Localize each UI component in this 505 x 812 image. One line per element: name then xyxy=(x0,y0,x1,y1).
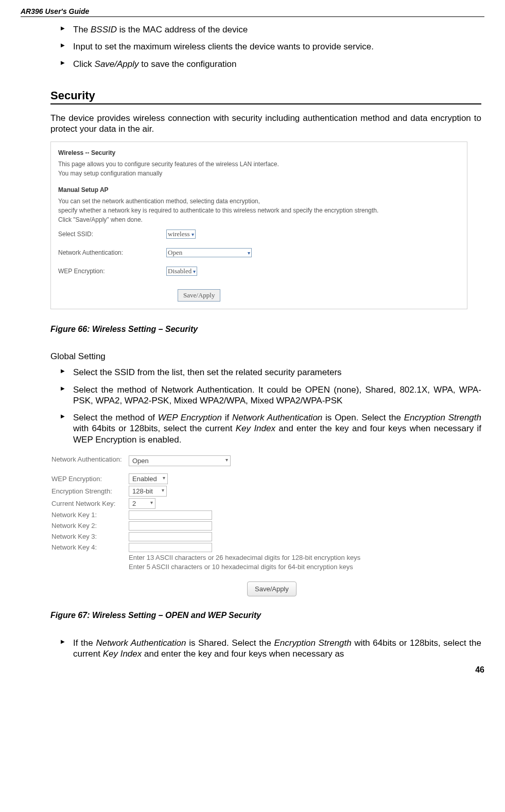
shared-bullet-list: If the Network Authentication is Shared.… xyxy=(50,638,481,660)
panel-desc-line: You may setup configuration manually xyxy=(58,169,460,178)
t: if xyxy=(222,413,232,422)
input-netkey3[interactable] xyxy=(129,532,212,541)
figure-66-caption: Figure 66: Wireless Setting – Security xyxy=(50,325,481,334)
label-network-auth: Network Authentication: xyxy=(58,249,166,256)
t: is Shared. Select the xyxy=(186,638,274,648)
label-netkey1: Network Key 1: xyxy=(51,511,129,519)
select-enc-strength[interactable]: 128-bit xyxy=(129,486,167,497)
t-em: Key Index xyxy=(236,423,275,433)
input-netkey2[interactable] xyxy=(129,521,212,531)
label-select-ssid: Select SSID: xyxy=(58,231,166,238)
select-ssid[interactable]: wireless▾ xyxy=(166,230,196,239)
text: Click xyxy=(73,59,95,69)
panel-desc-line: You can set the network authentication m… xyxy=(58,197,460,206)
t-em: Network Authentication xyxy=(232,413,322,422)
text: Select the SSID from the list, then set … xyxy=(73,367,342,377)
top-bullet-list: The BSSID is the MAC address of the devi… xyxy=(50,24,481,69)
t-em: WEP Encryption xyxy=(158,413,222,422)
panel-wep-settings: Network Authentication: Open WEP Encrypt… xyxy=(50,451,403,601)
select-value: wireless xyxy=(168,230,190,238)
bullet-select-auth-method: Select the method of Network Authenticat… xyxy=(61,384,481,407)
t-em: Encryption Strength xyxy=(274,638,352,648)
text: The xyxy=(73,25,91,34)
t-em: Network Authentication xyxy=(96,638,186,648)
section-title-security: Security xyxy=(50,89,481,104)
t-em: Key Index xyxy=(103,649,142,659)
text-em: Save/Apply xyxy=(95,59,139,69)
panel-title: Wireless -- Security xyxy=(58,149,460,156)
chevron-down-icon: ▾ xyxy=(248,250,250,256)
select-value: Disabled xyxy=(168,267,191,275)
input-netkey4[interactable] xyxy=(129,543,212,552)
text: Input to set the maximum wireless client… xyxy=(73,42,374,51)
t: is Open. Select the xyxy=(322,413,404,422)
t: with 64bits or 128bits, select the curre… xyxy=(73,423,236,433)
bullet-shared-auth: If the Network Authentication is Shared.… xyxy=(61,638,481,660)
bullet-input-max: Input to set the maximum wireless client… xyxy=(61,41,481,52)
label-netkey3: Network Key 3: xyxy=(51,533,129,540)
save-apply-button[interactable]: Save/Apply xyxy=(178,289,220,302)
text: is the MAC address of the device xyxy=(117,25,248,34)
bullet-bssid: The BSSID is the MAC address of the devi… xyxy=(61,24,481,35)
label-wep-enc2: WEP Encryption: xyxy=(51,475,129,483)
select-network-auth2[interactable]: Open xyxy=(129,455,231,466)
page-number: 46 xyxy=(21,665,484,675)
section-intro: The device provides wireless connection … xyxy=(50,113,481,135)
select-wep-encryption[interactable]: Disabled▾ xyxy=(166,267,197,276)
label-netkey2: Network Key 2: xyxy=(51,522,129,529)
bullet-select-ssid: Select the SSID from the list, then set … xyxy=(61,367,481,378)
select-current-key[interactable]: 2 xyxy=(129,498,155,509)
panel-desc-line: This page allows you to configure securi… xyxy=(58,160,460,169)
text: to save the configuration xyxy=(139,59,237,69)
select-network-auth[interactable]: Open▾ xyxy=(166,248,252,257)
hint-64bit: Enter 5 ASCII characters or 10 hexadecim… xyxy=(129,563,353,571)
panel-desc-line: Click "Save/Apply" when done. xyxy=(58,215,460,224)
panel-desc-line: specify whether a network key is require… xyxy=(58,206,460,215)
input-netkey1[interactable] xyxy=(129,510,212,520)
global-bullet-list: Select the SSID from the list, then set … xyxy=(50,367,481,445)
t: and enter the key and four keys when nec… xyxy=(142,649,344,659)
hint-128bit: Enter 13 ASCII characters or 26 hexadeci… xyxy=(129,554,360,561)
label-network-auth2: Network Authentication: xyxy=(51,455,129,464)
select-value: Open xyxy=(168,249,182,257)
bullet-select-wep: Select the method of WEP Encryption if N… xyxy=(61,412,481,445)
chevron-down-icon: ▾ xyxy=(193,269,196,274)
t: Select the method of xyxy=(73,413,158,422)
label-enc-strength: Encryption Strength: xyxy=(51,487,129,495)
label-wep-encryption: WEP Encryption: xyxy=(58,268,166,275)
save-apply-button2[interactable]: Save/Apply xyxy=(247,581,297,596)
figure-67-caption: Figure 67: Wireless Setting – OPEN and W… xyxy=(50,611,481,620)
chevron-down-icon: ▾ xyxy=(191,232,194,237)
panel-wireless-security: Wireless -- Security This page allows yo… xyxy=(50,142,467,309)
global-setting-heading: Global Setting xyxy=(50,351,481,362)
select-wep-enc2[interactable]: Enabled xyxy=(129,473,168,484)
panel-subtitle: Manual Setup AP xyxy=(58,186,460,193)
t-em: Encryption Strength xyxy=(404,413,481,422)
label-current-key: Current Network Key: xyxy=(51,500,129,507)
bullet-save-apply: Click Save/Apply to save the configurati… xyxy=(61,59,481,69)
t: If the xyxy=(73,638,96,648)
running-header: AR396 User's Guide xyxy=(21,7,484,17)
text-em: BSSID xyxy=(91,25,117,34)
text: Select the method of Network Authenticat… xyxy=(73,385,481,405)
label-netkey4: Network Key 4: xyxy=(51,543,129,551)
